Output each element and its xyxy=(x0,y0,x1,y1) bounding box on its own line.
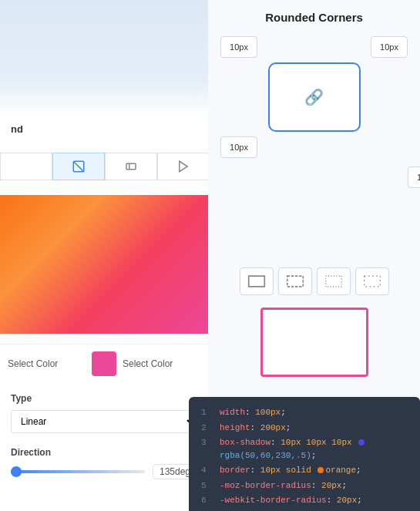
svg-line-1 xyxy=(73,161,84,172)
link-icon: 🔗 xyxy=(304,88,324,106)
svg-marker-4 xyxy=(180,161,188,172)
code-line-6: 6 -webkit-border-radius: 20px; xyxy=(201,494,408,507)
border-style-dashed[interactable] xyxy=(278,267,312,295)
code-line-num-5: 5 xyxy=(201,479,213,493)
toolbar-btn-3[interactable] xyxy=(105,153,157,180)
border-style-row xyxy=(220,267,408,295)
border-style-solid[interactable] xyxy=(240,267,274,295)
slider-thumb xyxy=(11,466,22,477)
direction-row: 135deg xyxy=(11,464,197,479)
right-panel-title: Rounded Corners xyxy=(220,11,408,24)
border-style-dotted[interactable] xyxy=(317,267,351,295)
code-panel: 1 width: 100px; 2 height: 200px; 3 box-s… xyxy=(189,397,420,511)
code-line-num-2: 2 xyxy=(201,422,213,435)
code-line-2: 2 height: 200px; xyxy=(201,422,408,435)
svg-rect-8 xyxy=(364,276,380,287)
code-line-num-3: 3 xyxy=(201,436,213,449)
code-line-num-1: 1 xyxy=(201,406,213,419)
toolbar-btn-4[interactable] xyxy=(157,153,208,180)
code-line-num-4: 4 xyxy=(201,464,213,477)
section-label: nd xyxy=(11,123,23,135)
pink-preview-box xyxy=(260,308,368,377)
code-line-3: 3 box-shadow: 10px 10px 10px rgba(50,60,… xyxy=(201,436,408,462)
corner-top-right-input[interactable] xyxy=(371,36,408,58)
corner-grid: 🔗 xyxy=(220,36,408,175)
color-label-left: Select Color xyxy=(8,358,86,369)
link-box: 🔗 xyxy=(268,62,361,132)
code-line-5: 5 -moz-border-radius: 20px; xyxy=(201,479,408,493)
code-line-num-6: 6 xyxy=(201,494,213,507)
svg-rect-2 xyxy=(126,163,136,170)
direction-section-title: Direction xyxy=(11,447,197,458)
left-top-fade xyxy=(0,0,208,112)
code-line-4: 4 border: 10px solid orange; xyxy=(201,464,408,477)
right-panel: Rounded Corners 🔗 xyxy=(208,0,420,401)
corner-bottom-right-input[interactable] xyxy=(408,166,420,188)
type-section: Type Linear Radial xyxy=(0,393,208,433)
svg-rect-6 xyxy=(287,276,303,287)
direction-section: Direction 135deg xyxy=(0,447,208,479)
color-label-right: Select Color xyxy=(123,358,200,369)
corner-top-left-input[interactable] xyxy=(220,36,257,58)
direction-slider[interactable] xyxy=(11,470,145,473)
svg-rect-5 xyxy=(248,276,264,287)
toolbar-btn-1[interactable] xyxy=(0,153,52,180)
color-swatch[interactable] xyxy=(92,351,116,376)
color-row: Select Color Select Color xyxy=(0,344,208,382)
toolbar-btn-2[interactable] xyxy=(52,153,105,180)
corner-bottom-left-input[interactable] xyxy=(220,136,257,158)
gradient-preview xyxy=(0,195,208,334)
icon-toolbar xyxy=(0,153,208,180)
svg-rect-7 xyxy=(325,276,341,287)
type-section-title: Type xyxy=(11,393,197,404)
code-line-1: 1 width: 100px; xyxy=(201,406,408,419)
left-panel: nd Select Color Select Color xyxy=(0,0,208,511)
border-style-none[interactable] xyxy=(355,267,389,295)
type-dropdown[interactable]: Linear Radial xyxy=(11,410,197,433)
